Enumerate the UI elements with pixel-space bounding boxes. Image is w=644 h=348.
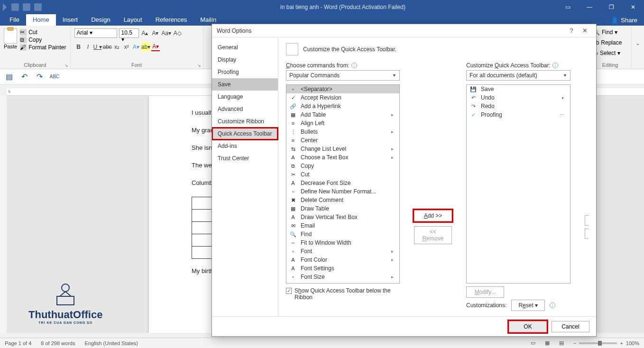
command-item[interactable]: ▫Font▸ — [286, 247, 399, 256]
view-read-icon[interactable]: ▭ — [531, 340, 535, 346]
shrink-font-icon[interactable]: A▾ — [151, 29, 160, 37]
info-icon[interactable]: i — [351, 63, 357, 68]
underline-button[interactable]: U ▾ — [93, 43, 102, 51]
command-item[interactable]: ⧉Copy — [286, 162, 399, 170]
nav-language[interactable]: Language — [212, 91, 278, 103]
tab-insert[interactable]: Insert — [56, 14, 85, 26]
nav-quick-access-toolbar[interactable]: Quick Access Toolbar — [212, 128, 278, 140]
move-down-button[interactable]: ▼ — [585, 229, 589, 239]
clear-formatting-icon[interactable]: A◇ — [173, 29, 182, 37]
qat-item[interactable]: ↶Undo▸ — [467, 93, 570, 102]
command-item[interactable]: ✉Email — [286, 221, 399, 230]
command-item[interactable]: ▦Add Table▸ — [286, 110, 399, 119]
command-item[interactable]: ≡Align Left — [286, 119, 399, 128]
cancel-button[interactable]: Cancel — [552, 321, 589, 332]
command-item[interactable]: ▫<Separator> — [286, 85, 399, 93]
tab-design[interactable]: Design — [84, 14, 117, 26]
ribbon-options-icon[interactable]: ▭ — [557, 0, 579, 14]
add-button[interactable]: Add >> — [414, 210, 452, 221]
nav-customize-ribbon[interactable]: Customize Ribbon — [212, 115, 278, 128]
restore-icon[interactable]: ❐ — [600, 0, 622, 14]
qat-save-icon[interactable] — [11, 3, 19, 11]
qat-item[interactable]: 💾Save — [467, 85, 570, 93]
remove-button[interactable]: << Remove — [414, 226, 452, 244]
zoom-out-icon[interactable]: − — [573, 340, 576, 346]
redo-icon[interactable]: ↷ — [35, 73, 44, 81]
collapse-ribbon-icon[interactable]: ˇ — [632, 26, 644, 69]
text-effects-button[interactable]: A▾ — [132, 43, 140, 51]
nav-trust-center[interactable]: Trust Center — [212, 152, 278, 165]
qat-undo-icon[interactable] — [23, 3, 30, 11]
command-item[interactable]: 🔗Add a Hyperlink — [286, 102, 399, 110]
command-item[interactable]: AB¹Footnote — [286, 281, 399, 284]
qat-item[interactable]: ↷Redo — [467, 102, 570, 110]
choose-commands-combo[interactable]: Popular Commands▼ — [286, 70, 400, 81]
cut-button[interactable]: ✂Cut — [20, 29, 66, 36]
tab-layout[interactable]: Layout — [117, 14, 149, 26]
tab-file[interactable]: File — [3, 14, 26, 26]
qat-item[interactable]: ✓Proofing⋯ — [467, 110, 570, 119]
status-words[interactable]: 8 of 298 words — [41, 340, 75, 346]
tab-home[interactable]: Home — [26, 14, 56, 26]
spelling-icon[interactable]: ABC — [50, 73, 59, 81]
command-item[interactable]: ADecrease Font Size — [286, 179, 399, 187]
command-item[interactable]: ▦Draw Table — [286, 204, 399, 213]
grow-font-icon[interactable]: A▴ — [141, 29, 149, 37]
strike-button[interactable]: abc — [103, 43, 112, 51]
zoom-in-icon[interactable]: + — [620, 340, 623, 346]
command-item[interactable]: ⋮Bullets▸ — [286, 128, 399, 136]
info-icon[interactable]: i — [552, 63, 558, 68]
select-button[interactable]: ▭Select ▾ — [593, 50, 620, 56]
font-color-button[interactable]: A▾ — [151, 43, 160, 51]
nav-display[interactable]: Display — [212, 54, 278, 66]
nav-proofing[interactable]: Proofing — [212, 66, 278, 78]
command-item[interactable]: ≡Center — [286, 136, 399, 145]
minimize-icon[interactable]: — — [579, 0, 600, 14]
move-up-button[interactable]: ▲ — [585, 215, 589, 226]
highlight-button[interactable]: ab▾ — [141, 43, 150, 51]
view-print-icon[interactable]: ▦ — [545, 340, 550, 346]
zoom-value[interactable]: 100% — [626, 340, 639, 346]
command-item[interactable]: AFont Color▸ — [286, 256, 399, 264]
change-case-icon[interactable]: Aa▾ — [162, 29, 172, 37]
nav-general[interactable]: General — [212, 41, 278, 54]
commands-list[interactable]: ▫<Separator>✓Accept Revision🔗Add a Hyper… — [286, 84, 400, 284]
superscript-button[interactable]: x² — [122, 43, 131, 51]
command-item[interactable]: ▫Font Size▸ — [286, 273, 399, 281]
command-item[interactable]: ▫Define New Number Format... — [286, 187, 399, 196]
customize-qat-combo[interactable]: For all documents (default)▼ — [466, 70, 570, 81]
subscript-button[interactable]: x₂ — [113, 43, 121, 51]
zoom-control[interactable]: − + 100% — [573, 340, 639, 346]
replace-button[interactable]: abReplace — [593, 39, 622, 46]
command-item[interactable]: ADraw Vertical Text Box — [286, 213, 399, 221]
italic-button[interactable]: I — [84, 43, 92, 51]
command-item[interactable]: AFont Settings — [286, 264, 399, 273]
clipboard-launcher-icon[interactable]: ↘ — [64, 63, 69, 68]
copy-button[interactable]: ⧉Copy — [20, 37, 66, 43]
reset-button[interactable]: Reset ▾ — [511, 300, 545, 311]
bold-button[interactable]: B — [74, 43, 83, 51]
ok-button[interactable]: OK — [509, 321, 547, 332]
format-painter-button[interactable]: 🖌Format Painter — [20, 44, 66, 51]
command-item[interactable]: ✂Cut — [286, 170, 399, 179]
command-item[interactable]: ✖Delete Comment — [286, 196, 399, 204]
show-below-checkbox[interactable]: ✓ — [286, 288, 292, 294]
qat-redo-icon[interactable] — [34, 3, 42, 11]
undo-icon[interactable]: ↶ — [20, 73, 28, 81]
command-item[interactable]: ✓Accept Revision — [286, 93, 399, 102]
nav-add-ins[interactable]: Add-ins — [212, 140, 278, 152]
command-item[interactable]: 🔍Find — [286, 230, 399, 238]
nav-save[interactable]: Save — [212, 78, 278, 91]
status-page[interactable]: Page 1 of 4 — [5, 340, 31, 346]
command-item[interactable]: AChoose a Text Box▸ — [286, 153, 399, 162]
doc-list-icon[interactable]: ▤ — [5, 73, 13, 81]
tab-references[interactable]: References — [149, 14, 193, 26]
info-icon[interactable]: i — [550, 302, 555, 308]
font-size-select[interactable]: 10.5 ▾ — [119, 28, 139, 38]
dialog-help-icon[interactable]: ? — [565, 27, 578, 34]
paste-button[interactable]: Paste — [4, 28, 17, 49]
share-button[interactable]: 👤Share — [604, 14, 644, 26]
font-name-select[interactable]: Arial ▾ — [74, 28, 117, 38]
close-icon[interactable]: ✕ — [622, 0, 644, 14]
nav-advanced[interactable]: Advanced — [212, 103, 278, 115]
